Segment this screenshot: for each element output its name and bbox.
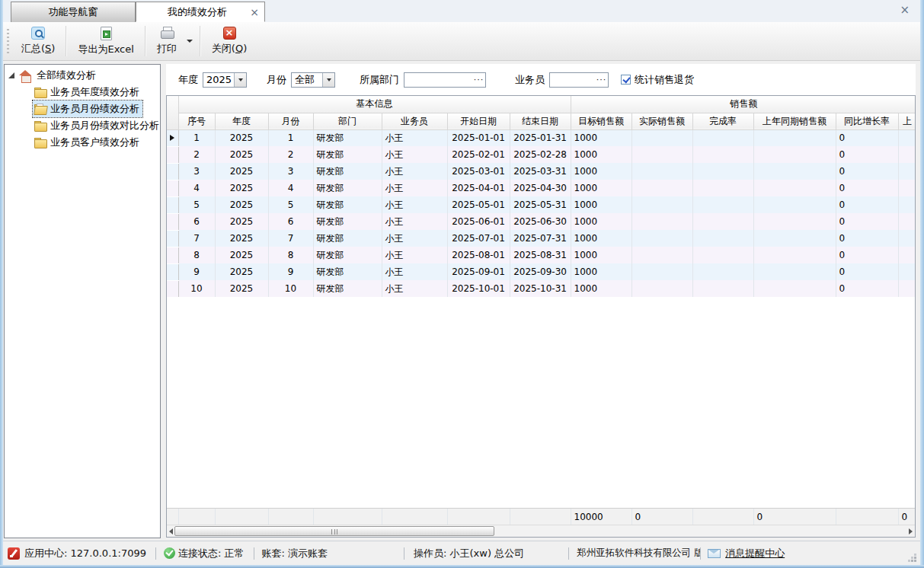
cell[interactable]: 3 — [268, 163, 313, 180]
row-selector-cell[interactable] — [167, 163, 178, 180]
row-selector-cell[interactable] — [167, 247, 178, 263]
cell[interactable] — [631, 213, 692, 230]
cell[interactable]: 2025-06-30 — [510, 213, 571, 230]
cell[interactable]: 2025-05-31 — [510, 196, 571, 213]
cell[interactable]: 0 — [836, 146, 898, 163]
toolbar-grip[interactable] — [7, 29, 9, 53]
cell[interactable] — [631, 280, 692, 297]
cell[interactable]: 9 — [178, 263, 215, 280]
cell[interactable]: 1000 — [571, 247, 631, 263]
cell[interactable]: 0 — [836, 163, 898, 180]
cell[interactable]: 1000 — [571, 163, 631, 180]
cell[interactable]: 2025 — [215, 180, 268, 196]
cell[interactable]: 5 — [178, 196, 215, 213]
cell[interactable] — [631, 146, 692, 163]
cell[interactable]: 小王 — [382, 163, 447, 180]
cell[interactable] — [753, 230, 836, 247]
cell[interactable]: 小王 — [382, 196, 447, 213]
cell[interactable] — [753, 247, 836, 263]
table-row[interactable]: 320253研发部小王2025-03-012025-03-3110000 — [167, 163, 916, 180]
cell[interactable]: 1 — [178, 129, 215, 146]
column-header[interactable]: 结束日期 — [510, 113, 571, 129]
cell[interactable]: 0 — [836, 180, 898, 196]
cell[interactable]: 2025-07-31 — [510, 230, 571, 247]
cell[interactable] — [692, 196, 753, 213]
row-selector-cell[interactable] — [167, 263, 178, 280]
cell[interactable] — [692, 213, 753, 230]
cell[interactable]: 研发部 — [313, 180, 382, 196]
cell[interactable]: 10 — [268, 280, 313, 297]
column-header[interactable]: 序号 — [178, 113, 215, 129]
cell[interactable] — [898, 129, 916, 146]
month-select[interactable]: 全部 — [291, 72, 335, 88]
cell[interactable]: 9 — [268, 263, 313, 280]
cell[interactable] — [692, 163, 753, 180]
tab-my-performance[interactable]: 我的绩效分析 × — [136, 2, 265, 22]
tree-item[interactable]: 业务员年度绩效分析 — [5, 84, 160, 101]
row-selector-header[interactable] — [167, 96, 178, 129]
column-header[interactable]: 月份 — [268, 113, 313, 129]
department-browse-button[interactable]: ··· — [472, 73, 485, 87]
cell[interactable] — [898, 280, 916, 297]
cell[interactable]: 0 — [836, 213, 898, 230]
cell[interactable]: 研发部 — [313, 163, 382, 180]
month-select-arrow[interactable] — [322, 73, 334, 87]
cell[interactable] — [898, 230, 916, 247]
cell[interactable] — [631, 230, 692, 247]
cell[interactable]: 2 — [268, 146, 313, 163]
cell[interactable] — [631, 129, 692, 146]
cell[interactable] — [753, 196, 836, 213]
cell[interactable] — [631, 196, 692, 213]
cell[interactable]: 2025-09-30 — [510, 263, 571, 280]
cell[interactable]: 4 — [178, 180, 215, 196]
cell[interactable]: 2025-01-01 — [447, 129, 510, 146]
column-header[interactable]: 业务员 — [382, 113, 447, 129]
cell[interactable]: 2025 — [215, 196, 268, 213]
tab-function-navigation[interactable]: 功能导航窗 — [11, 2, 136, 22]
cell[interactable]: 5 — [268, 196, 313, 213]
cell[interactable] — [753, 280, 836, 297]
expand-triangle-icon[interactable] — [8, 72, 14, 78]
cell[interactable] — [898, 196, 916, 213]
table-row[interactable]: 420254研发部小王2025-04-012025-04-3010000 — [167, 180, 916, 196]
row-selector-cell[interactable] — [167, 196, 178, 213]
horizontal-scrollbar[interactable] — [167, 525, 915, 537]
table-row[interactable]: 220252研发部小王2025-02-012025-02-2810000 — [167, 146, 916, 163]
cell[interactable]: 2025 — [215, 247, 268, 263]
column-header[interactable]: 实际销售额 — [631, 113, 692, 129]
cell[interactable]: 2025-03-01 — [447, 163, 510, 180]
close-button[interactable]: 关闭(Q) — [202, 22, 257, 60]
cell[interactable]: 2025-04-01 — [447, 180, 510, 196]
tree-root-item[interactable]: 全部绩效分析 — [5, 67, 160, 84]
cell[interactable] — [753, 263, 836, 280]
column-header[interactable]: 同比增长率 — [836, 113, 898, 129]
cell[interactable]: 2 — [178, 146, 215, 163]
cell[interactable] — [692, 280, 753, 297]
cell[interactable] — [692, 146, 753, 163]
column-header[interactable]: 完成率 — [692, 113, 753, 129]
cell[interactable] — [692, 263, 753, 280]
cell[interactable]: 研发部 — [313, 129, 382, 146]
export-excel-button[interactable]: 导出为Excel — [68, 22, 143, 60]
cell[interactable]: 8 — [178, 247, 215, 263]
year-select[interactable]: 2025 — [203, 72, 247, 88]
tree-item[interactable]: 业务员月份绩效对比分析 — [5, 117, 160, 134]
cell[interactable]: 1 — [268, 129, 313, 146]
cell[interactable]: 2025-05-01 — [447, 196, 510, 213]
cell[interactable]: 2025-04-30 — [510, 180, 571, 196]
cell[interactable]: 2025-10-31 — [510, 280, 571, 297]
cell[interactable]: 2025-10-01 — [447, 280, 510, 297]
column-header[interactable]: 年度 — [215, 113, 268, 129]
cell[interactable] — [898, 163, 916, 180]
cell[interactable]: 2025-03-31 — [510, 163, 571, 180]
cell[interactable]: 2025 — [215, 230, 268, 247]
print-dropdown-button[interactable] — [187, 22, 199, 60]
cell[interactable] — [898, 146, 916, 163]
cell[interactable]: 6 — [268, 213, 313, 230]
column-header[interactable]: 开始日期 — [447, 113, 510, 129]
table-row[interactable]: 520255研发部小王2025-05-012025-05-3110000 — [167, 196, 916, 213]
cell[interactable] — [898, 180, 916, 196]
cell[interactable]: 1000 — [571, 196, 631, 213]
cell[interactable] — [692, 247, 753, 263]
cell[interactable]: 小王 — [382, 129, 447, 146]
